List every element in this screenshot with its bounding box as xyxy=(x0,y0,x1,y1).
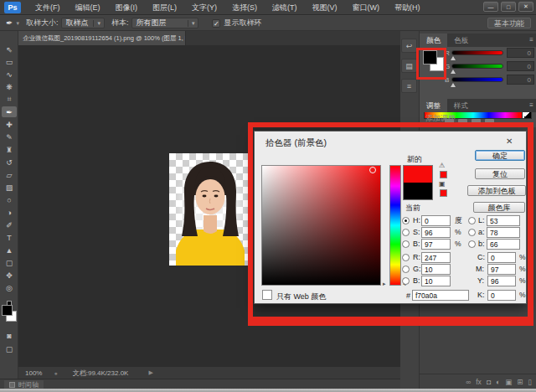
menu-filter[interactable]: 滤镜(T) xyxy=(265,0,305,15)
menu-window[interactable]: 窗口(W) xyxy=(345,0,388,15)
document-tab[interactable]: 企业微信截图_20190819112654 (1).png @ 100% (图层… xyxy=(18,31,186,45)
image-document[interactable] xyxy=(169,153,251,266)
brush-tool[interactable]: ✎ xyxy=(2,132,17,142)
preset-caret-icon[interactable]: ▾ xyxy=(16,20,19,27)
sample-size-dropdown[interactable]: 取样点 ▾ xyxy=(61,18,105,28)
layer-style-icon[interactable]: fx xyxy=(476,378,482,386)
link-layers-icon[interactable]: ∞ xyxy=(466,378,471,386)
crop-tool[interactable]: ⌗ xyxy=(2,94,17,105)
eraser-tool[interactable]: ▱ xyxy=(2,169,17,180)
tab-color[interactable]: 颜色 xyxy=(420,34,447,47)
b-radio[interactable] xyxy=(402,240,410,248)
shape-tool[interactable]: ▢ xyxy=(2,257,17,268)
marquee-tool[interactable]: ▭ xyxy=(2,56,17,67)
blue-slider[interactable] xyxy=(451,77,503,82)
panel-menu-icon[interactable]: ≡ xyxy=(529,36,533,44)
adjustment-icon[interactable] xyxy=(445,119,454,126)
layer-group-icon[interactable]: ▣ xyxy=(505,378,512,386)
sample-layers-dropdown[interactable]: 所有图层 ▾ xyxy=(131,18,198,28)
move-tool[interactable]: ⇖ xyxy=(2,44,17,54)
dodge-tool[interactable]: ◑ xyxy=(2,207,17,218)
gamut-warning-icon[interactable]: ⚠ xyxy=(439,162,445,169)
b2-radio[interactable] xyxy=(402,277,410,285)
panel-menu-icon[interactable]: ≡ xyxy=(529,101,533,109)
adjustment-layer-icon[interactable]: ◐ xyxy=(496,378,500,386)
color-libraries-button[interactable]: 颜色库 xyxy=(473,202,525,213)
color-field[interactable] xyxy=(261,165,381,286)
lab-b-radio[interactable] xyxy=(468,240,476,248)
g-radio[interactable] xyxy=(402,266,410,273)
green-slider[interactable] xyxy=(451,64,503,69)
lasso-tool[interactable]: ∿ xyxy=(2,69,17,80)
zoom-level[interactable]: 100% xyxy=(25,369,42,377)
close-icon[interactable]: ✕ xyxy=(506,137,513,146)
hue-thumb-left-icon[interactable]: ▸ xyxy=(383,281,386,287)
green-value[interactable]: 0 xyxy=(507,61,534,71)
tab-adjustments[interactable]: 调整 xyxy=(420,99,447,112)
g-input[interactable] xyxy=(421,264,451,275)
adjustment-icon[interactable] xyxy=(472,119,481,126)
pen-tool[interactable]: ✐ xyxy=(2,219,17,230)
adjustment-icon[interactable] xyxy=(485,119,494,126)
menu-edit[interactable]: 编辑(E) xyxy=(68,0,108,15)
screen-mode-button[interactable]: ▢ xyxy=(2,343,17,354)
maximize-button[interactable]: □ xyxy=(501,2,516,12)
red-slider[interactable] xyxy=(451,50,503,55)
l-radio[interactable] xyxy=(468,217,476,224)
foreground-color-swatch[interactable] xyxy=(2,305,13,316)
menu-image[interactable]: 图像(I) xyxy=(108,0,146,15)
menu-layer[interactable]: 图层(L) xyxy=(145,0,184,15)
s-input[interactable] xyxy=(421,227,451,238)
y-input[interactable] xyxy=(487,276,516,286)
path-selection-tool[interactable]: ▲ xyxy=(2,245,17,255)
l-input[interactable] xyxy=(487,215,520,226)
layer-mask-icon[interactable]: ◘ xyxy=(487,378,491,386)
blue-slider-thumb-icon[interactable] xyxy=(451,83,456,87)
menu-type[interactable]: 文字(Y) xyxy=(184,0,224,15)
info-panel-icon[interactable]: ≡ xyxy=(401,79,417,93)
hue-slider[interactable] xyxy=(389,165,401,286)
hand-tool[interactable]: ✥ xyxy=(2,270,17,281)
blue-value[interactable]: 0 xyxy=(507,75,534,85)
web-warning-icon[interactable]: ▣ xyxy=(439,180,446,188)
history-brush-tool[interactable]: ↺ xyxy=(2,157,17,168)
adjustment-icon[interactable] xyxy=(458,119,467,126)
r-radio[interactable] xyxy=(402,254,410,261)
delete-layer-icon[interactable]: ▯ xyxy=(528,378,532,386)
b-input[interactable] xyxy=(421,239,451,250)
a-input[interactable] xyxy=(487,227,520,238)
ok-button[interactable]: 确定 xyxy=(475,150,525,161)
c-input[interactable] xyxy=(487,252,516,263)
eyedropper-preset-icon[interactable]: ✒ xyxy=(6,18,13,28)
gradient-tool[interactable]: ▨ xyxy=(2,182,17,193)
minimize-button[interactable]: — xyxy=(483,2,498,12)
add-to-swatches-button[interactable]: 添加到色板 xyxy=(467,185,526,196)
zoom-tool[interactable]: ◎ xyxy=(2,282,17,293)
menu-view[interactable]: 视图(V) xyxy=(305,0,345,15)
show-sampling-ring-checkbox[interactable]: ✓ xyxy=(212,19,220,28)
h-input[interactable] xyxy=(421,215,451,226)
gamut-swatch[interactable] xyxy=(440,171,447,178)
red-slider-thumb-icon[interactable] xyxy=(451,56,456,60)
eyedropper-tool[interactable]: ✒ xyxy=(2,106,17,117)
tab-swatches[interactable]: 色板 xyxy=(447,34,475,47)
web-only-checkbox[interactable] xyxy=(262,290,272,300)
b2-input[interactable] xyxy=(421,276,451,286)
tab-styles[interactable]: 样式 xyxy=(447,99,475,112)
a-radio[interactable] xyxy=(468,229,476,236)
green-slider-thumb-icon[interactable] xyxy=(451,70,456,74)
s-radio[interactable] xyxy=(402,229,410,236)
r-input[interactable] xyxy=(421,252,451,263)
menu-help[interactable]: 帮助(H) xyxy=(387,0,428,15)
history-panel-icon[interactable]: ↩ xyxy=(401,39,417,53)
healing-brush-tool[interactable]: ✚ xyxy=(2,119,17,130)
blur-tool[interactable]: ○ xyxy=(2,194,17,205)
close-button[interactable]: ✕ xyxy=(518,2,533,12)
clone-stamp-tool[interactable]: ♜ xyxy=(2,144,17,155)
menu-file[interactable]: 文件(F) xyxy=(28,0,68,15)
lab-b-input[interactable] xyxy=(487,239,520,250)
reset-button[interactable]: 复位 xyxy=(475,168,525,179)
properties-panel-icon[interactable]: ▤ xyxy=(401,59,417,73)
new-layer-icon[interactable]: ⊞ xyxy=(517,378,523,386)
web-swatch[interactable] xyxy=(440,189,447,197)
